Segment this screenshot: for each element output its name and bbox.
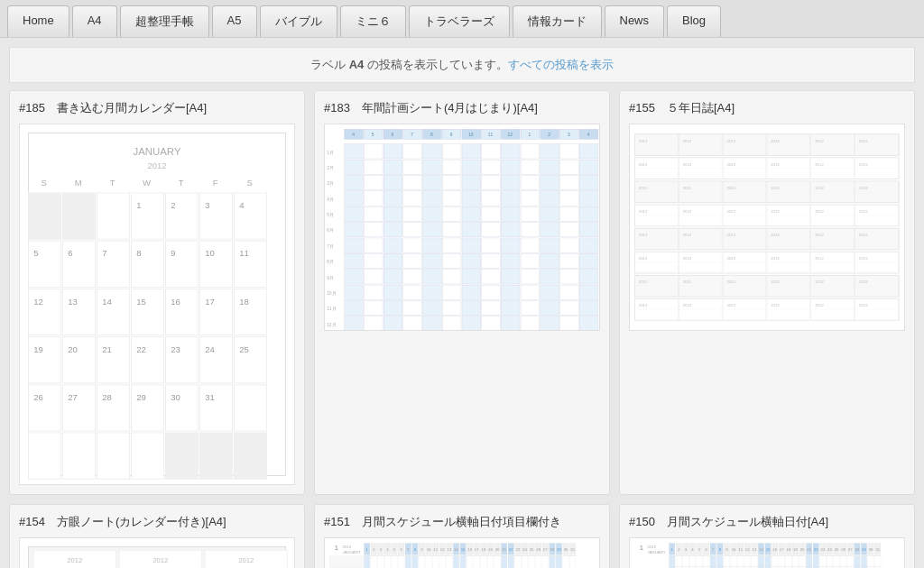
svg-rect-789 [703, 556, 709, 568]
svg-rect-256 [442, 300, 461, 315]
svg-rect-161 [501, 191, 520, 206]
svg-rect-674 [481, 556, 487, 568]
svg-rect-213 [423, 253, 442, 268]
nav-tab-blog[interactable]: Blog [667, 5, 721, 37]
svg-text:6: 6 [68, 248, 72, 258]
svg-rect-232 [521, 270, 540, 284]
svg-rect-784 [669, 556, 675, 568]
show-all-link[interactable]: すべての投稿を表示 [508, 58, 614, 71]
svg-text:7: 7 [102, 248, 106, 258]
svg-rect-156 [403, 191, 422, 206]
svg-rect-144 [442, 175, 461, 189]
svg-rect-147 [501, 175, 520, 189]
card-title: #154 方眼ノート(カレンダー付き)[A4] [19, 514, 226, 530]
nav-tab-johocard[interactable]: 情報カード [513, 5, 602, 37]
svg-text:S: S [246, 178, 252, 188]
card-grid: #185 書き込む月間カレンダー[A4] JANUARY 2012 SMTWTF… [0, 90, 924, 568]
svg-rect-123 [579, 144, 598, 159]
svg-rect-198 [403, 238, 422, 252]
svg-rect-78 [97, 433, 130, 479]
nav-tab-home[interactable]: Home [7, 5, 69, 37]
card-card-151[interactable]: #151 月間スケジュール横軸日付項目欄付き 1 2012 JANUARY 1 … [314, 504, 610, 568]
svg-text:30: 30 [869, 547, 873, 552]
svg-text:2012: 2012 [683, 256, 692, 261]
nav-tab-mini6[interactable]: ミニ６ [340, 5, 406, 37]
svg-text:28: 28 [855, 547, 859, 552]
svg-text:F: F [213, 178, 218, 188]
svg-rect-683 [542, 556, 549, 568]
svg-rect-666 [426, 556, 432, 568]
card-card-150[interactable]: #150 月間スケジュール横軸日付[A4] 1 2012 JANUARY 1 2… [619, 504, 915, 568]
nav-tab-a4[interactable]: A4 [72, 5, 117, 37]
svg-text:3: 3 [568, 133, 570, 137]
nav-tab-bible[interactable]: バイブル [260, 5, 337, 37]
svg-rect-77 [63, 433, 96, 479]
svg-text:15: 15 [766, 547, 771, 552]
svg-rect-114 [403, 144, 422, 159]
svg-text:16: 16 [171, 297, 180, 307]
card-card-183[interactable]: #183 年間計画シート(4月はじまり)[A4] 4 5 6 7 8 9 10 … [314, 90, 610, 495]
card-card-154[interactable]: #154 方眼ノート(カレンダー付き)[A4] 2012 2012 2012 [9, 504, 305, 568]
svg-rect-243 [462, 285, 481, 299]
nav-tab-news[interactable]: News [605, 5, 665, 37]
nav-tab-choseiritecho[interactable]: 超整理手帳 [120, 5, 209, 37]
svg-text:10: 10 [732, 547, 736, 552]
svg-text:2012: 2012 [859, 162, 868, 167]
svg-text:JANUARY: JANUARY [134, 146, 181, 157]
svg-rect-75 [235, 385, 267, 431]
svg-text:23: 23 [515, 547, 520, 552]
nav-tab-travelers[interactable]: トラベラーズ [409, 5, 510, 37]
svg-rect-233 [541, 270, 559, 284]
svg-rect-218 [521, 253, 540, 268]
svg-rect-787 [689, 556, 696, 568]
svg-text:2012: 2012 [771, 139, 780, 143]
svg-rect-677 [501, 556, 507, 568]
svg-rect-791 [717, 556, 724, 568]
card-card-185[interactable]: #185 書き込む月間カレンダー[A4] JANUARY 2012 SMTWTF… [9, 90, 305, 495]
svg-rect-259 [501, 300, 520, 315]
svg-rect-210 [364, 253, 383, 268]
svg-text:13: 13 [752, 547, 756, 552]
nav-tab-a5[interactable]: A5 [212, 5, 257, 37]
card-title: #183 年間計画シート(4月はじまり)[A4] [324, 100, 538, 116]
svg-text:18: 18 [481, 547, 485, 552]
svg-rect-121 [541, 144, 559, 159]
svg-rect-258 [482, 300, 501, 315]
svg-rect-162 [521, 191, 540, 206]
svg-rect-129 [423, 160, 442, 174]
svg-rect-805 [813, 556, 819, 568]
svg-rect-801 [786, 556, 792, 568]
svg-rect-209 [345, 253, 364, 268]
svg-rect-676 [494, 556, 501, 568]
svg-rect-244 [482, 285, 501, 299]
svg-text:2012: 2012 [683, 162, 692, 167]
main-navigation: HomeA4超整理手帳A5バイブルミニ６トラベラーズ情報カードNewsBlog [0, 0, 924, 38]
svg-rect-659 [378, 556, 384, 568]
svg-text:5月: 5月 [327, 213, 334, 217]
svg-rect-268 [403, 316, 422, 330]
svg-text:27: 27 [848, 547, 853, 552]
svg-text:17: 17 [475, 547, 479, 552]
svg-text:JANUARY: JANUARY [343, 550, 361, 554]
svg-rect-168 [364, 206, 383, 221]
svg-text:2012: 2012 [639, 186, 648, 190]
svg-rect-181 [345, 223, 364, 237]
card-title: #155 ５年日誌[A4] [629, 100, 735, 116]
svg-text:11: 11 [488, 133, 494, 137]
svg-rect-219 [541, 253, 559, 268]
card-card-155[interactable]: #155 ５年日誌[A4] 2012 2012 2012 [619, 90, 915, 495]
svg-text:2012: 2012 [771, 209, 780, 214]
svg-rect-179 [579, 206, 598, 221]
svg-rect-786 [683, 556, 689, 568]
svg-text:25: 25 [835, 547, 839, 552]
svg-rect-184 [403, 223, 422, 237]
svg-rect-125 [345, 160, 364, 174]
svg-text:15: 15 [461, 547, 466, 552]
svg-text:21: 21 [502, 547, 506, 552]
svg-text:29: 29 [557, 547, 561, 552]
svg-rect-225 [383, 270, 402, 284]
svg-text:30: 30 [564, 547, 568, 552]
svg-rect-136 [560, 160, 579, 174]
svg-rect-158 [442, 191, 461, 206]
svg-text:18: 18 [786, 547, 790, 552]
